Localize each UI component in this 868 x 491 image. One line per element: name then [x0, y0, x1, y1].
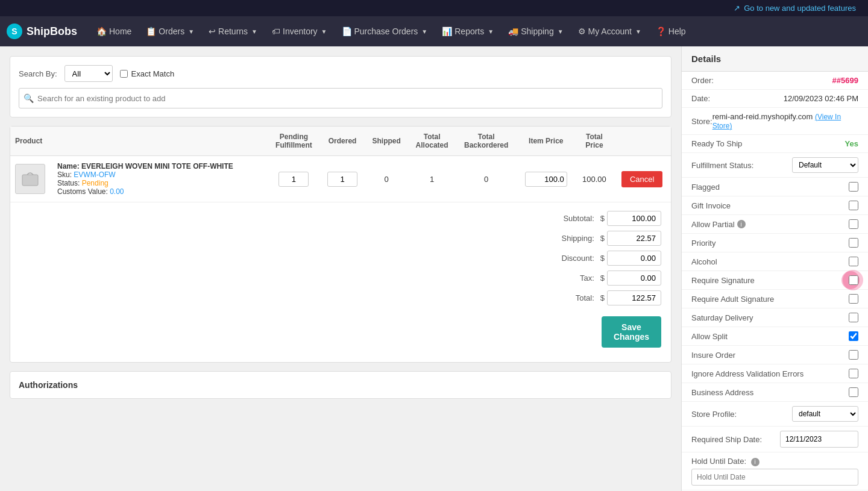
col-total-price: TotalPrice: [575, 127, 613, 156]
home-icon: 🏠: [96, 27, 107, 36]
search-by-select[interactable]: All: [64, 65, 113, 82]
inventory-icon: 🏷: [272, 27, 280, 36]
product-table: Product PendingFulfillment Ordered Shipp…: [10, 127, 671, 202]
insure-order-row: Insure Order: [682, 346, 868, 364]
nav-help-label: Help: [668, 27, 686, 36]
insure-order-checkbox[interactable]: [849, 350, 858, 360]
nav-home-label: Home: [109, 27, 131, 36]
require-adult-signature-row: Require Adult Signature: [682, 290, 868, 308]
allow-partial-label: Allow Partial i: [691, 220, 746, 229]
search-input[interactable]: [19, 88, 662, 108]
nav-home[interactable]: 🏠 Home: [89, 16, 139, 46]
search-section: Search By: All Exact Match 🔍: [10, 56, 671, 117]
ignore-address-validation-checkbox[interactable]: [849, 369, 858, 378]
shipping-input[interactable]: [607, 231, 661, 246]
sku-link[interactable]: EVWM-OFW: [74, 170, 115, 179]
save-changes-button[interactable]: SaveChanges: [602, 316, 661, 348]
total-allocated-value: 1: [430, 175, 434, 184]
order-value[interactable]: ##5699: [832, 76, 858, 85]
purchase-orders-icon: 📄: [342, 27, 352, 36]
total-input-wrapper: $: [600, 290, 661, 305]
product-cell-wrapper: Name: EVERLEIGH WOVEN MINI TOTE OFF-WHIT…: [15, 162, 263, 196]
subtotal-input[interactable]: [607, 211, 661, 226]
ordered-input[interactable]: [327, 172, 357, 187]
shipping-input-wrapper: $: [600, 231, 661, 246]
priority-label: Priority: [691, 239, 715, 248]
svg-text:S: S: [11, 27, 17, 36]
total-input[interactable]: [607, 290, 661, 305]
nav-reports[interactable]: 📊 Reports ▼: [435, 16, 501, 46]
saturday-delivery-checkbox[interactable]: [849, 313, 858, 322]
date-row: Date: 12/09/2023 02:46 PM: [682, 90, 868, 108]
allow-partial-info-icon[interactable]: i: [737, 220, 746, 228]
store-profile-select[interactable]: default: [792, 406, 858, 422]
cell-total-price: 100.00: [575, 156, 613, 202]
require-adult-signature-checkbox[interactable]: [849, 294, 858, 304]
exact-match-checkbox-label[interactable]: Exact Match: [120, 69, 175, 78]
date-label: Date:: [691, 94, 710, 103]
nav-help[interactable]: ❓ Help: [649, 16, 693, 46]
nav-my-account[interactable]: ⚙ My Account ▼: [571, 16, 649, 46]
top-banner: ↗ Go to new and updated features: [0, 0, 868, 16]
purchase-orders-dropdown-arrow: ▼: [421, 28, 427, 35]
allow-partial-row: Allow Partial i: [682, 215, 868, 234]
nav-reports-label: Reports: [454, 27, 484, 36]
hold-until-date-input[interactable]: [691, 469, 858, 486]
saturday-delivery-label: Saturday Delivery: [691, 313, 753, 322]
customs-value: 0.00: [110, 187, 124, 196]
require-signature-checkbox[interactable]: [849, 275, 858, 285]
product-name: Name: EVERLEIGH WOVEN MINI TOTE OFF-WHIT…: [57, 162, 233, 170]
cancel-button[interactable]: Cancel: [621, 171, 662, 187]
col-total-allocated: TotalAllocated: [408, 127, 456, 156]
total-backordered-value: 0: [484, 175, 488, 184]
store-url: remi-and-reid.myshopify.com: [712, 112, 813, 121]
pending-fulfillment-input[interactable]: [278, 172, 309, 187]
svg-rect-2: [22, 175, 38, 186]
right-panel: Details Order: ##5699 Date: 12/09/2023 0…: [681, 46, 868, 491]
logo[interactable]: S ShipBobs: [6, 23, 77, 40]
cell-total-backordered: 0: [456, 156, 517, 202]
exact-match-checkbox[interactable]: [120, 70, 128, 78]
nav-shipping[interactable]: 🚚 Shipping ▼: [501, 16, 570, 46]
item-price-input[interactable]: [525, 172, 567, 187]
left-content: Search By: All Exact Match 🔍 Product: [0, 46, 681, 491]
allow-split-label: Allow Split: [691, 332, 728, 341]
product-cell: Name: EVERLEIGH WOVEN MINI TOTE OFF-WHIT…: [10, 156, 268, 202]
total-row: Total: $: [20, 290, 661, 305]
business-address-row: Business Address: [682, 383, 868, 402]
flagged-label: Flagged: [691, 183, 720, 192]
allow-partial-checkbox[interactable]: [849, 219, 858, 229]
nav-orders[interactable]: 📋 Orders ▼: [139, 16, 201, 46]
flagged-row: Flagged: [682, 178, 868, 196]
business-address-checkbox[interactable]: [849, 387, 858, 397]
hold-until-date-label: Hold Until Date: i: [691, 457, 858, 466]
fulfillment-status-select[interactable]: Default: [792, 157, 858, 173]
nav-inventory[interactable]: 🏷 Inventory ▼: [265, 16, 335, 46]
allow-split-row: Allow Split: [682, 327, 868, 346]
priority-checkbox[interactable]: [849, 238, 858, 248]
nav-returns[interactable]: ↩ Returns ▼: [201, 16, 265, 46]
tax-input[interactable]: [607, 271, 661, 286]
col-actions: [613, 127, 671, 156]
require-signature-label: Require Signature: [691, 276, 755, 285]
allow-split-checkbox[interactable]: [849, 331, 858, 341]
date-value: 12/09/2023 02:46 PM: [784, 94, 858, 103]
flagged-checkbox[interactable]: [849, 182, 858, 192]
shipping-icon: 🚚: [508, 27, 518, 36]
search-input-wrapper: 🔍: [19, 88, 662, 108]
alcohol-checkbox[interactable]: [849, 257, 858, 266]
nav-shipping-label: Shipping: [521, 27, 554, 36]
discount-input[interactable]: [607, 251, 661, 266]
gift-invoice-checkbox[interactable]: [849, 201, 858, 210]
shipped-value: 0: [385, 175, 389, 184]
ready-to-ship-value: Yes: [845, 139, 858, 148]
nav-purchase-orders[interactable]: 📄 Purchase Orders ▼: [335, 16, 435, 46]
status-value: Pending: [82, 179, 108, 187]
orders-icon: 📋: [146, 27, 156, 36]
cell-ordered: [320, 156, 365, 202]
authorizations-section: Authorizations: [10, 371, 671, 399]
required-ship-date-input[interactable]: [780, 431, 858, 448]
nav-inventory-label: Inventory: [283, 27, 318, 36]
hold-until-date-info-icon[interactable]: i: [751, 458, 760, 466]
new-features-link[interactable]: Go to new and updated features: [744, 4, 856, 13]
